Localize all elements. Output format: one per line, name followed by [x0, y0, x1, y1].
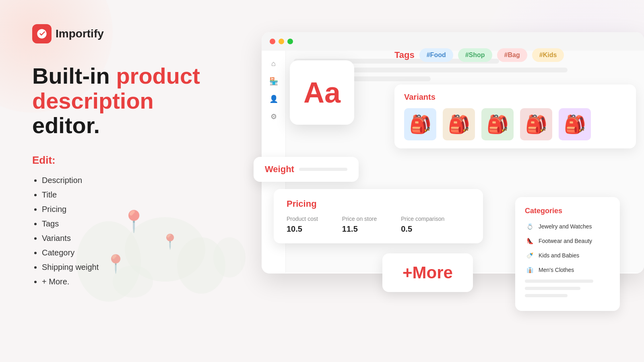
font-card: Aa [290, 60, 354, 125]
list-item: Pricing [42, 202, 201, 216]
list-item: + More. [42, 274, 201, 289]
category-kids-name: Kids and Babies [539, 252, 579, 259]
more-card: +More [382, 253, 473, 292]
tag-food[interactable]: #Food [419, 48, 453, 62]
price-comparison-col: Price comparison 0.5 [401, 216, 444, 234]
product-cost-col: Product cost 10.5 [287, 216, 318, 234]
product-cost-value: 10.5 [287, 224, 302, 233]
logo-text: Importify [56, 27, 104, 40]
category-jewelry-name: Jewelry and Watches [539, 223, 592, 230]
mens-icon: 👔 [525, 265, 535, 275]
variants-backpacks: 🎒 🎒 🎒 🎒 🎒 [404, 108, 626, 140]
more-text: +More [402, 263, 453, 282]
pricing-title: Pricing [287, 199, 470, 209]
category-mens-name: Men's Clothes [539, 267, 574, 273]
dot-red [270, 39, 275, 44]
list-item: Description [42, 173, 201, 187]
variants-area: Variants 🎒 🎒 🎒 🎒 🎒 [394, 84, 636, 148]
weight-label: Weight [265, 164, 294, 175]
edit-list: Description Title Pricing Tags Variants … [32, 173, 201, 289]
right-panel: ⌂ 🏪 👤 ⚙ Aa Tags #Food #Shop #Bag #Kids V… [221, 0, 644, 362]
headline-part1: Built-in [32, 63, 116, 88]
weight-card: Weight [254, 157, 359, 182]
pricing-card: Pricing Product cost 10.5 Price on store… [274, 189, 483, 243]
skeleton-cat-1 [525, 280, 593, 283]
category-footwear: 👠 Footwear and Beauty [525, 236, 610, 246]
tag-bag[interactable]: #Bag [497, 48, 527, 62]
settings-icon[interactable]: ⚙ [269, 112, 279, 121]
weight-bar [299, 168, 347, 171]
left-panel: Importify Built-in product description e… [0, 0, 225, 362]
tag-shop[interactable]: #Shop [458, 48, 492, 62]
list-item: Shipping weight [42, 260, 201, 274]
jewelry-icon: 💍 [525, 222, 535, 231]
skeleton-cat-2 [525, 287, 580, 290]
backpack-blue[interactable]: 🎒 [404, 108, 436, 140]
price-comparison-value: 0.5 [401, 224, 412, 233]
list-item: Variants [42, 231, 201, 245]
home-icon[interactable]: ⌂ [269, 59, 279, 68]
list-item: Tags [42, 216, 201, 231]
backpack-purple[interactable]: 🎒 [559, 108, 591, 140]
price-on-store-label: Price on store [342, 216, 377, 222]
pricing-row: Product cost 10.5 Price on store 11.5 Pr… [287, 216, 470, 234]
edit-label: Edit: [32, 154, 201, 167]
font-display-text: Aa [303, 76, 341, 109]
importify-logo-svg [36, 28, 47, 39]
category-kids: 🍼 Kids and Babies [525, 251, 610, 260]
backpack-green[interactable]: 🎒 [481, 108, 514, 140]
list-item: Title [42, 187, 201, 202]
category-jewelry: 💍 Jewelry and Watches [525, 222, 610, 231]
user-icon[interactable]: 👤 [269, 94, 279, 104]
categories-title: Categories [525, 207, 610, 215]
skeleton-cat-3 [525, 294, 568, 297]
tag-kids[interactable]: #Kids [532, 48, 564, 62]
price-on-store-value: 11.5 [342, 224, 358, 233]
backpack-brown[interactable]: 🎒 [443, 108, 475, 140]
price-comparison-label: Price comparison [401, 216, 444, 222]
category-footwear-name: Footwear and Beauty [539, 238, 592, 244]
list-item: Category [42, 245, 201, 260]
dot-yellow [279, 39, 284, 44]
footwear-icon: 👠 [525, 236, 535, 246]
dot-green [287, 39, 293, 44]
logo-icon [32, 24, 52, 43]
variants-label: Variants [404, 93, 626, 102]
price-on-store-col: Price on store 11.5 [342, 216, 377, 234]
kids-icon: 🍼 [525, 251, 535, 260]
headline-part2: editor. [32, 113, 100, 138]
edit-section: Edit: Description Title Pricing Tags Var… [32, 154, 201, 289]
store-icon[interactable]: 🏪 [269, 76, 279, 86]
logo: Importify [32, 24, 201, 43]
headline: Built-in product description editor. [32, 64, 201, 138]
product-cost-label: Product cost [287, 216, 318, 222]
variants-card: Variants 🎒 🎒 🎒 🎒 🎒 [394, 84, 636, 148]
tags-area: Tags #Food #Shop #Bag #Kids [394, 48, 636, 62]
categories-card: Categories 💍 Jewelry and Watches 👠 Footw… [515, 197, 620, 311]
backpack-red[interactable]: 🎒 [520, 108, 552, 140]
tags-label: Tags [394, 50, 415, 60]
category-mens: 👔 Men's Clothes [525, 265, 610, 275]
